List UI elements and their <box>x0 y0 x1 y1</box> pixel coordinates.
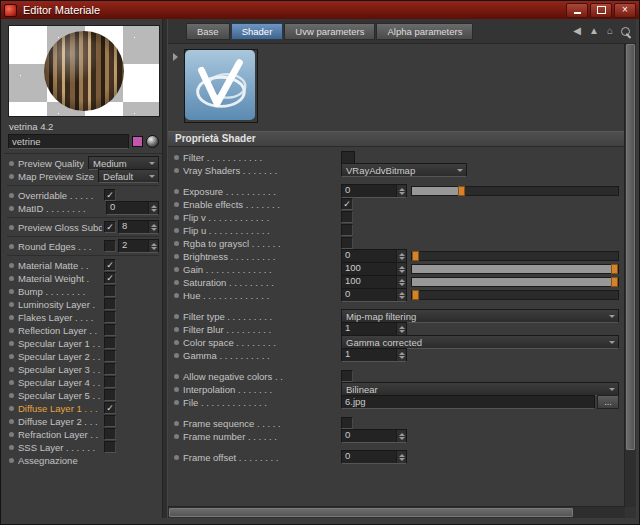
filter-texture-slot[interactable] <box>341 151 355 164</box>
spinner-arrows-icon[interactable] <box>148 240 158 252</box>
frame-offset-spinner[interactable]: 0 <box>341 450 407 464</box>
material-matte-checkbox[interactable]: ✓ <box>104 259 116 271</box>
color-space-dropdown[interactable]: Gamma corrected <box>341 335 619 349</box>
row-sss-layer[interactable]: SSS Layer . . . . . . <box>7 441 159 453</box>
spinner-arrows-icon[interactable] <box>396 185 406 197</box>
row-specular-layer-3[interactable]: Specular Layer 3 . . <box>7 363 159 375</box>
material-ball-icon[interactable] <box>146 135 159 148</box>
spinner-arrows-icon[interactable] <box>396 276 406 288</box>
color-swatch[interactable] <box>132 136 143 147</box>
close-button[interactable]: × <box>614 3 636 18</box>
row-overridable[interactable]: Overridable . . . . .✓ <box>7 189 159 201</box>
frame-number-spinner[interactable]: 0 <box>341 429 407 443</box>
sss-layer-checkbox[interactable] <box>104 441 116 453</box>
vertical-scrollbar-thumb[interactable] <box>626 44 635 450</box>
round-edges-spinner[interactable]: 2 <box>118 239 159 253</box>
spinner-arrows-icon[interactable] <box>396 430 406 442</box>
section-header-shader-properties[interactable]: Proprietà Shader <box>168 131 625 147</box>
gain-spinner[interactable]: 100 <box>341 262 407 276</box>
row-luminosity-layer[interactable]: Luminosity Layer . <box>7 298 159 310</box>
file-browse-button[interactable]: ... <box>597 395 619 409</box>
nav-back-icon[interactable]: ◀ <box>573 26 581 36</box>
row-specular-layer-1[interactable]: Specular Layer 1 . . <box>7 337 159 349</box>
preview-gloss-subdivs-checkbox[interactable]: ✓ <box>104 221 116 233</box>
reflection-layer-checkbox[interactable] <box>104 324 116 336</box>
row-material-matte[interactable]: Material Matte . .✓ <box>7 259 159 271</box>
expand-arrow-icon[interactable] <box>173 53 178 61</box>
preview-quality-dropdown[interactable]: Medium <box>88 156 159 170</box>
spinner-arrows-icon[interactable] <box>396 349 406 361</box>
bump-checkbox[interactable] <box>104 285 116 297</box>
flakes-layer-checkbox[interactable] <box>104 311 116 323</box>
home-icon[interactable]: ⌂ <box>607 26 613 36</box>
material-name-input[interactable] <box>8 134 129 149</box>
row-round-edges[interactable]: Round Edges . . .2 <box>7 240 159 252</box>
brightness-spinner[interactable]: 0 <box>341 249 407 263</box>
allow-negative-colors-checkbox[interactable] <box>341 370 353 382</box>
exposure-spinner[interactable]: 0 <box>341 184 407 198</box>
exposure-slider-thumb[interactable] <box>458 186 465 196</box>
flip-u-checkbox[interactable] <box>341 224 353 236</box>
refraction-layer-checkbox[interactable] <box>104 428 116 440</box>
gain-slider[interactable] <box>411 264 619 274</box>
minimize-button[interactable] <box>566 3 588 18</box>
row-assegnazione[interactable]: Assegnazione <box>7 454 159 466</box>
brightness-slider[interactable] <box>411 251 619 261</box>
row-flakes-layer[interactable]: Flakes Layer . . . . <box>7 311 159 323</box>
overridable-checkbox[interactable]: ✓ <box>104 189 116 201</box>
pin-icon[interactable] <box>621 27 630 36</box>
row-matid[interactable]: MatID . . . . . . . .0 <box>7 202 159 214</box>
row-bump[interactable]: Bump . . . . . . . . <box>7 285 159 297</box>
flip-v-checkbox[interactable] <box>341 211 353 223</box>
preview-gloss-subdivs-spinner[interactable]: 8 <box>118 220 159 234</box>
horizontal-scrollbar[interactable] <box>168 506 625 518</box>
saturation-slider-thumb[interactable] <box>611 277 618 287</box>
titlebar[interactable]: Editor Materiale × <box>1 1 639 19</box>
maximize-button[interactable] <box>590 3 612 18</box>
row-preview-quality[interactable]: Preview QualityMedium <box>7 157 159 169</box>
tab-alpha-parameters[interactable]: Alpha parameters <box>376 23 473 40</box>
specular-layer-1-checkbox[interactable] <box>104 337 116 349</box>
specular-layer-3-checkbox[interactable] <box>104 363 116 375</box>
filter-type-dropdown[interactable]: Mip-map filtering <box>341 309 619 323</box>
vray-shader-thumbnail[interactable] <box>184 49 258 123</box>
material-weight-checkbox[interactable]: ✓ <box>104 272 116 284</box>
vray-shaders-dropdown[interactable]: VRayAdvBitmap <box>341 163 467 177</box>
horizontal-scrollbar-thumb[interactable] <box>169 508 573 517</box>
spinner-arrows-icon[interactable] <box>148 221 158 233</box>
row-material-weight[interactable]: Material Weight .✓ <box>7 272 159 284</box>
spinner-arrows-icon[interactable] <box>396 289 406 301</box>
brightness-slider-thumb[interactable] <box>412 251 419 261</box>
filter-blur-spinner[interactable]: 1 <box>341 322 407 336</box>
spinner-arrows-icon[interactable] <box>148 202 158 214</box>
exposure-slider[interactable] <box>411 186 619 196</box>
row-refraction-layer[interactable]: Refraction Layer . . <box>7 428 159 440</box>
map-preview-size-dropdown[interactable]: Default <box>98 169 159 183</box>
round-edges-checkbox[interactable] <box>104 240 116 252</box>
diffuse-layer-1-checkbox[interactable]: ✓ <box>104 402 116 414</box>
row-specular-layer-2[interactable]: Specular Layer 2 . . <box>7 350 159 362</box>
saturation-spinner[interactable]: 100 <box>341 275 407 289</box>
row-map-preview-size[interactable]: Map Preview SizeDefault <box>7 170 159 182</box>
vertical-scrollbar[interactable] <box>624 43 636 507</box>
tab-uvw-parameters[interactable]: Uvw parameters <box>284 23 375 40</box>
row-diffuse-layer-1[interactable]: Diffuse Layer 1 . . .✓ <box>7 402 159 414</box>
matid-spinner[interactable]: 0 <box>106 201 159 215</box>
spinner-arrows-icon[interactable] <box>396 323 406 335</box>
rgba-to-grayscl-checkbox[interactable] <box>341 237 353 249</box>
hue-slider[interactable] <box>411 290 619 300</box>
spinner-arrows-icon[interactable] <box>396 451 406 463</box>
spinner-arrows-icon[interactable] <box>396 263 406 275</box>
tab-base[interactable]: Base <box>186 23 230 40</box>
specular-layer-5-checkbox[interactable] <box>104 389 116 401</box>
row-reflection-layer[interactable]: Reflection Layer . . <box>7 324 159 336</box>
row-preview-gloss-subdivs[interactable]: Preview Gloss Subdivs✓8 <box>7 221 159 233</box>
saturation-slider[interactable] <box>411 277 619 287</box>
hue-slider-thumb[interactable] <box>412 290 419 300</box>
row-diffuse-layer-2[interactable]: Diffuse Layer 2 . . . <box>7 415 159 427</box>
row-specular-layer-4[interactable]: Specular Layer 4 . . <box>7 376 159 388</box>
frame-sequence-checkbox[interactable] <box>341 417 353 429</box>
material-preview[interactable] <box>8 25 160 117</box>
arrow-up-icon[interactable]: ▲ <box>589 26 599 36</box>
row-specular-layer-5[interactable]: Specular Layer 5 . . <box>7 389 159 401</box>
